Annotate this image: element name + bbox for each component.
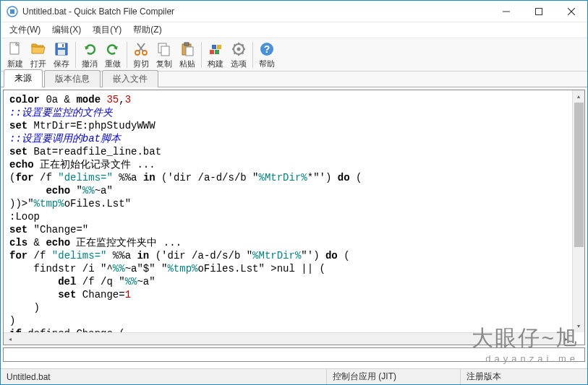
tool-label: 打开 [30, 59, 46, 69]
code-line: set "Change=" [9, 223, 579, 236]
status-mode: 控制台应用 (JIT) [327, 369, 461, 384]
statusbar: Untitled.bat 控制台应用 (JIT) 注册版本 [1, 368, 587, 384]
tool-label: 重做 [105, 59, 121, 69]
toolbar-separator [252, 42, 253, 68]
toolbar-separator [127, 42, 127, 68]
options-icon [230, 40, 247, 58]
paste-icon [179, 40, 196, 58]
svg-rect-21 [215, 50, 219, 54]
code-line: echo "%%~a" [9, 184, 579, 197]
build-icon [207, 40, 224, 58]
svg-rect-19 [186, 47, 193, 56]
build-button[interactable]: 构建 [204, 40, 227, 70]
svg-point-25 [237, 47, 241, 51]
code-line: set MtrDir=E:phpStudyWWW [9, 119, 579, 132]
menu-item[interactable]: 帮助(Z) [127, 22, 167, 38]
svg-text:?: ? [264, 43, 270, 55]
svg-rect-3 [535, 8, 542, 14]
app-icon [7, 6, 18, 17]
menubar: 文件(W)编辑(X)项目(Y)帮助(Z) [1, 22, 587, 38]
toolbar-separator [201, 42, 202, 68]
svg-rect-10 [62, 44, 64, 47]
tool-label: 构建 [208, 59, 223, 69]
tab[interactable]: 版本信息 [44, 70, 101, 87]
save-icon [53, 40, 70, 58]
toolbar-separator [75, 42, 76, 68]
code-line: :Loop [9, 210, 579, 223]
svg-rect-1 [10, 9, 14, 14]
tool-label: 复制 [156, 59, 172, 69]
tool-label: 剪切 [133, 59, 149, 69]
open-folder-icon [30, 40, 47, 58]
code-line: findstr /i "^%%~a"$" "%tmp%oFiles.Lst" >… [9, 262, 579, 275]
tool-label: 保存 [54, 59, 69, 69]
code-line: ) [9, 301, 579, 314]
code-line: set Bat=readfile_line.bat [9, 145, 579, 158]
tab[interactable]: 嵌入文件 [102, 70, 158, 87]
open-button[interactable]: 打开 [27, 40, 50, 70]
cut-icon [132, 40, 150, 58]
tool-label: 帮助 [259, 59, 275, 69]
toolbar: 新建打开保存撤消重做剪切复制粘贴构建选项?帮助 [1, 38, 587, 72]
code-line: (for /f "delims=" %%a in ('dir /a-d/s/b … [9, 171, 579, 184]
cut-button[interactable]: 剪切 [129, 40, 153, 70]
tool-label: 新建 [7, 59, 23, 69]
maximize-button[interactable] [522, 1, 555, 22]
code-line: ))>"%tmp%oFiles.Lst" [9, 197, 579, 210]
help-button[interactable]: ?帮助 [255, 40, 278, 70]
status-license: 注册版本 [461, 369, 587, 384]
window-title: Untitled.bat - Quick Batch File Compiler [22, 7, 490, 17]
svg-rect-18 [184, 43, 189, 46]
tool-label: 撤消 [82, 59, 98, 69]
svg-rect-8 [58, 43, 65, 48]
code-line: color 0a & mode 35,3 [9, 93, 579, 106]
menu-item[interactable]: 项目(Y) [87, 22, 127, 38]
help-icon: ? [258, 40, 276, 58]
close-button[interactable] [555, 1, 587, 22]
code-line: set Change=1 [9, 288, 579, 301]
minimize-button[interactable] [490, 1, 522, 22]
vertical-scrollbar[interactable] [572, 90, 584, 332]
redo-icon [104, 40, 122, 58]
titlebar: Untitled.bat - Quick Batch File Compiler [1, 1, 587, 22]
code-line: for /f "delims=" %%a in ('dir /a-d/s/b "… [9, 249, 579, 262]
svg-rect-22 [212, 45, 216, 49]
copy-icon [155, 40, 173, 58]
svg-rect-16 [161, 46, 169, 56]
new-file-icon [7, 40, 24, 58]
tool-label: 选项 [231, 59, 247, 69]
code-line: echo 正在初始化记录文件 ... [9, 158, 579, 171]
svg-rect-9 [58, 50, 65, 55]
svg-rect-20 [210, 50, 214, 54]
code-line: del /f /q "%%~a" [9, 275, 579, 288]
code-editor[interactable]: color 0a & mode 35,3::设置要监控的文件夹set MtrDi… [4, 90, 584, 345]
scrollbar-thumb[interactable] [574, 103, 584, 247]
code-line: ::设置要调用的bat脚本 [9, 132, 579, 145]
paste-button[interactable]: 粘贴 [176, 40, 199, 70]
status-file: Untitled.bat [1, 369, 327, 384]
tool-label: 粘贴 [179, 59, 195, 69]
output-panel[interactable] [3, 347, 585, 362]
menu-item[interactable]: 编辑(X) [46, 22, 87, 38]
options-button[interactable]: 选项 [227, 40, 250, 70]
tab[interactable]: 来源 [4, 69, 43, 87]
svg-rect-23 [217, 45, 221, 49]
copy-button[interactable]: 复制 [153, 40, 176, 70]
undo-icon [81, 40, 98, 58]
undo-button[interactable]: 撤消 [78, 40, 101, 70]
horizontal-scrollbar[interactable] [4, 332, 572, 345]
editor-container: color 0a & mode 35,3::设置要监控的文件夹set MtrDi… [3, 90, 585, 345]
new-button[interactable]: 新建 [4, 40, 27, 70]
code-line: ::设置要监控的文件夹 [9, 106, 579, 119]
menu-item[interactable]: 文件(W) [4, 22, 46, 38]
code-line: ) [9, 314, 579, 327]
editor-tabs: 来源版本信息嵌入文件 [1, 72, 587, 87]
redo-button[interactable]: 重做 [101, 40, 124, 70]
code-line: cls & echo 正在监控文件夹中 ... [9, 236, 579, 249]
save-button[interactable]: 保存 [50, 40, 73, 70]
